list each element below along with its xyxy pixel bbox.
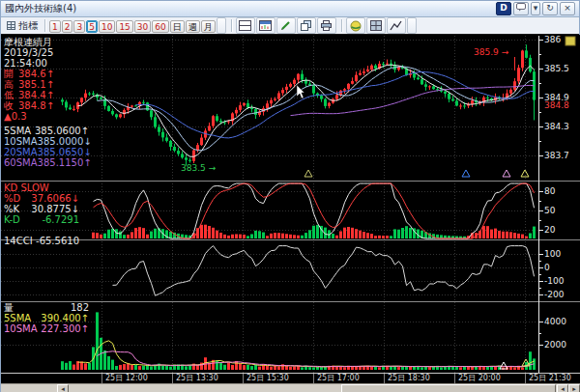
svg-text:384.8: 384.8 — [544, 100, 569, 110]
svg-text:383.7: 383.7 — [544, 151, 569, 160]
period-button-月[interactable]: 月 — [201, 20, 216, 33]
chart-window-icon[interactable] — [256, 17, 276, 34]
scroll-right-button[interactable]: ▸ — [568, 384, 580, 392]
svg-text:386: 386 — [544, 35, 561, 44]
split-window-icon[interactable] — [236, 17, 255, 34]
svg-text:383.5 →: 383.5 → — [181, 163, 217, 173]
time-label: 25日 12:00 — [102, 374, 172, 383]
time-label: 25日 13:30 — [172, 374, 243, 383]
period-button-15[interactable]: 15 — [116, 20, 132, 33]
time-axis: 25日 12:0025日 13:3025日 15:3025日 17:0025日 … — [1, 373, 580, 383]
svg-text:-200: -200 — [544, 290, 565, 299]
indicator-icon — [7, 21, 15, 30]
period-button-3[interactable]: 3 — [73, 20, 85, 33]
svg-text:0: 0 — [544, 263, 550, 272]
svg-text:4000: 4000 — [544, 317, 566, 326]
svg-text:50: 50 — [544, 206, 556, 215]
time-label: 25日 20:00 — [454, 374, 525, 383]
period-button-60[interactable]: 60 — [152, 20, 168, 33]
svg-text:-100: -100 — [544, 276, 565, 286]
toolbar: 指標 123510153060日週月 — [1, 17, 579, 35]
time-label: 25日 18:30 — [384, 374, 454, 383]
horizontal-scrollbar[interactable]: ◂ ◂ ▸ — [1, 383, 580, 392]
toolbar-separator — [341, 19, 342, 32]
grid-settings-icon[interactable] — [366, 17, 386, 34]
draw-pencil-icon[interactable] — [276, 17, 296, 34]
toolbar-separator — [231, 19, 232, 32]
chart-canvas[interactable]: 386385.5384.9384.3383.78050201000-100-20… — [1, 35, 580, 373]
svg-text:100: 100 — [544, 249, 561, 259]
period-button-週[interactable]: 週 — [186, 20, 200, 33]
period-buttons: 123510153060日週月 — [49, 16, 217, 35]
period-button-日[interactable]: 日 — [170, 20, 185, 33]
period-button-5[interactable]: 5 — [86, 20, 98, 33]
svg-text:2000: 2000 — [544, 340, 566, 350]
scroll-thumb[interactable] — [341, 384, 556, 392]
indicator-menu-button[interactable]: 指標 — [4, 19, 41, 33]
window-controls: D ▾ ↻ × — [496, 2, 575, 15]
d-button[interactable]: D — [496, 2, 511, 15]
printer-icon[interactable] — [317, 17, 336, 34]
period-more-button[interactable] — [217, 17, 226, 34]
dropdown-button[interactable]: ▾ — [531, 2, 540, 15]
toolbar-separator — [44, 19, 45, 32]
svg-text:20: 20 — [544, 225, 556, 235]
time-label: 25日 15:30 — [243, 374, 313, 383]
svg-text:385.9 →: 385.9 → — [474, 47, 509, 57]
indicator-label: 指標 — [18, 19, 38, 33]
scroll-left-button-2[interactable]: ◂ — [557, 384, 568, 392]
period-button-30[interactable]: 30 — [134, 20, 151, 33]
period-button-10[interactable]: 10 — [99, 20, 115, 33]
comment-bubble-icon[interactable] — [513, 2, 529, 15]
titlebar: 國內外技術線(4) D ▾ ↻ × — [1, 1, 579, 17]
window-title: 國內外技術線(4) — [5, 2, 76, 15]
close-button[interactable]: × — [560, 2, 575, 15]
refresh-button[interactable]: ↻ — [542, 2, 558, 15]
time-label: 25日 17:00 — [313, 374, 384, 383]
period-button-1[interactable]: 1 — [49, 20, 61, 33]
trendline-more-button[interactable] — [407, 17, 417, 34]
svg-text:80: 80 — [544, 186, 556, 196]
svg-text:385.5: 385.5 — [544, 64, 569, 73]
period-button-2[interactable]: 2 — [62, 20, 73, 33]
technical-analysis-window: 國內外技術線(4) D ▾ ↻ × 指標 123510153060日週月 — [0, 0, 580, 392]
globe-icon[interactable] — [346, 17, 365, 34]
copy-pages-icon[interactable] — [297, 17, 316, 34]
time-label: 25日 21:30 — [525, 374, 580, 383]
scroll-left-button[interactable]: ◂ — [57, 384, 69, 392]
svg-text:384.3: 384.3 — [544, 122, 569, 131]
trendline-icon[interactable] — [387, 17, 406, 34]
